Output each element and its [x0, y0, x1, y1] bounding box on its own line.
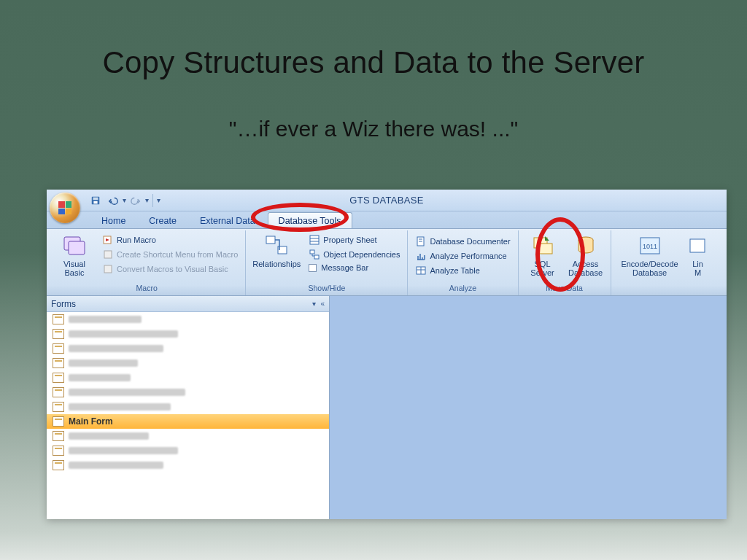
access-db-icon [573, 233, 598, 258]
titlebar: ▾ ▾ ▾ GTS DATABASE [47, 190, 727, 211]
run-macro-button[interactable]: Run Macro [99, 233, 241, 246]
svg-rect-1 [93, 197, 98, 200]
encode-decode-label: Encode/Decode Database [621, 260, 678, 277]
form-icon [53, 373, 64, 383]
qat-customize-icon[interactable]: ▾ [157, 196, 160, 204]
form-icon [53, 402, 64, 412]
sql-server-button[interactable]: SQL Server [523, 232, 562, 279]
tab-home[interactable]: Home [90, 212, 136, 228]
ribbon-tabstrip: Home Create External Data Database Tools [47, 211, 727, 229]
navpane-dropdown-icon[interactable]: ▾ [312, 300, 316, 308]
ribbon: Visual Basic Run Macro Create Shortcut M… [47, 229, 727, 296]
analyze-perf-icon [415, 250, 427, 262]
office-logo-icon [58, 201, 71, 214]
navpane-item[interactable] [47, 327, 329, 341]
run-macro-icon [102, 234, 114, 246]
undo-dropdown-icon[interactable]: ▾ [123, 196, 126, 204]
navpane-item[interactable] [47, 312, 329, 327]
relationships-label: Relationships [252, 260, 301, 268]
access-database-button[interactable]: Access Database [565, 232, 606, 279]
object-deps-label: Object Dependencies [323, 250, 400, 259]
convert-macros-label: Convert Macros to Visual Basic [117, 265, 228, 273]
create-shortcut-menu-button[interactable]: Create Shortcut Menu from Macro [99, 248, 241, 261]
navpane-item[interactable] [47, 356, 329, 370]
relationships-icon [264, 233, 289, 258]
convert-macros-icon [102, 263, 114, 275]
quick-access-toolbar: ▾ ▾ ▾ [88, 190, 160, 211]
svg-rect-6 [104, 251, 112, 258]
navpane-header[interactable]: Forms ▾ « [47, 296, 329, 312]
svg-rect-14 [314, 255, 319, 259]
form-icon [53, 314, 64, 324]
navpane-item[interactable]: Main Form [47, 414, 329, 429]
svg-rect-26 [690, 239, 705, 252]
blurred-label [69, 432, 149, 440]
navpane-item[interactable] [47, 400, 329, 414]
group-label-movedata: Move Data [523, 284, 606, 295]
navpane-item[interactable] [47, 341, 329, 356]
analyze-table-label: Analyze Table [430, 266, 479, 275]
ribbon-group-macro: Visual Basic Run Macro Create Shortcut M… [48, 230, 246, 295]
analyze-table-button[interactable]: Analyze Table [412, 264, 513, 277]
tab-external-data[interactable]: External Data [189, 212, 266, 228]
create-shortcut-label: Create Shortcut Menu from Macro [117, 250, 238, 259]
run-macro-label: Run Macro [117, 236, 156, 244]
blurred-label [69, 462, 163, 469]
blurred-label [69, 359, 138, 367]
message-bar-label: Message Bar [321, 263, 368, 272]
documenter-icon [415, 236, 427, 247]
navpane-item-label: Main Form [69, 416, 113, 427]
navpane-item[interactable] [47, 385, 329, 400]
navigation-pane: Forms ▾ « Main Form [47, 296, 330, 519]
access-window: ▾ ▾ ▾ GTS DATABASE Home Create External … [47, 190, 727, 519]
message-bar-button[interactable]: Message Bar [306, 262, 403, 273]
visual-basic-label: Visual Basic [63, 260, 85, 277]
form-icon [53, 416, 64, 427]
navpane-item[interactable] [47, 443, 329, 458]
navpane-item[interactable] [47, 429, 329, 443]
relationships-button[interactable]: Relationships [250, 232, 303, 270]
object-dependencies-button[interactable]: Object Dependencies [306, 248, 403, 261]
svg-rect-8 [266, 236, 275, 244]
documenter-label: Database Documenter [430, 237, 510, 246]
tab-database-tools[interactable]: Database Tools [268, 212, 352, 228]
message-bar-checkbox[interactable] [309, 264, 317, 272]
visual-basic-icon [62, 233, 87, 258]
linked-button[interactable]: Lin M [687, 232, 709, 279]
encode-decode-icon: 1011 [638, 233, 662, 258]
analyze-table-icon [415, 265, 427, 276]
svg-rect-13 [310, 250, 314, 254]
navpane-item[interactable] [47, 370, 329, 385]
property-sheet-button[interactable]: Property Sheet [306, 233, 403, 246]
sql-server-icon [530, 233, 555, 258]
tab-create[interactable]: Create [138, 212, 187, 228]
blurred-label [69, 447, 178, 454]
undo-icon [108, 195, 118, 206]
encode-decode-button[interactable]: 1011 Encode/Decode Database [616, 232, 684, 279]
undo-button[interactable] [105, 192, 121, 209]
redo-dropdown-icon[interactable]: ▾ [145, 196, 149, 204]
svg-rect-22 [539, 244, 552, 254]
office-button[interactable] [50, 192, 80, 223]
ribbon-group-movedata: SQL Server Access Database Move Data [519, 230, 611, 295]
navpane-collapse-icon[interactable]: « [320, 300, 325, 308]
document-canvas [330, 296, 727, 519]
save-button[interactable] [88, 192, 104, 209]
form-icon [53, 387, 64, 397]
navpane-list[interactable]: Main Form [47, 312, 329, 519]
form-icon [53, 431, 64, 441]
visual-basic-button[interactable]: Visual Basic [53, 232, 96, 279]
slide-subtitle: "…if ever a Wiz there was! ..." [0, 117, 747, 141]
database-documenter-button[interactable]: Database Documenter [412, 235, 513, 248]
redo-button[interactable] [128, 192, 144, 209]
analyze-performance-button[interactable]: Analyze Performance [412, 249, 513, 262]
convert-macros-button[interactable]: Convert Macros to Visual Basic [99, 262, 241, 276]
form-icon [53, 446, 64, 456]
blurred-label [69, 345, 163, 352]
workspace: Forms ▾ « Main Form [47, 296, 727, 519]
slide-title: Copy Structures and Data to the Server [0, 0, 747, 80]
blurred-label [69, 374, 131, 381]
navpane-item[interactable] [47, 458, 329, 472]
linked-icon [686, 233, 711, 258]
blurred-label [69, 403, 171, 411]
